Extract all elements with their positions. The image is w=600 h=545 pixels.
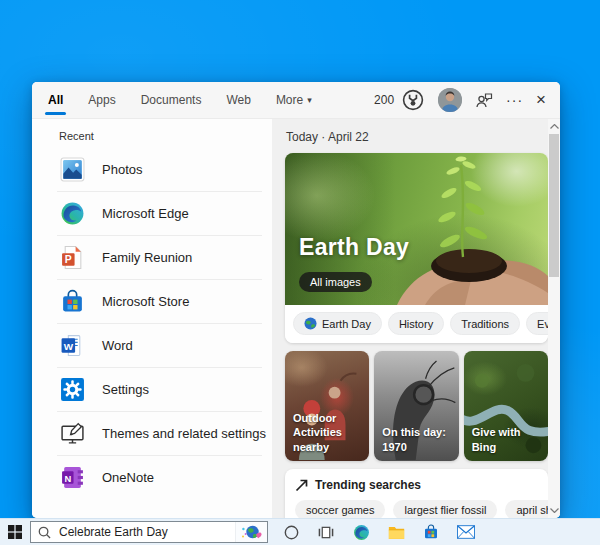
trending-title: Trending searches [315,478,421,492]
start-button[interactable] [0,525,30,539]
tab-documents[interactable]: Documents [141,82,202,118]
recent-item-label: Family Reunion [102,250,192,265]
chip-label: Earth Day [322,318,371,330]
close-icon[interactable]: × [536,93,546,107]
recent-header: Recent [32,130,272,142]
taskbar-search-text: Celebrate Earth Day [59,525,235,539]
desktop: All Apps Documents Web More ▾ 200 [0,0,600,545]
rewards-medal-icon[interactable] [401,88,425,112]
recent-item-themes[interactable]: Themes and related settings [32,411,272,455]
scrollbar-thumb[interactable] [549,134,559,277]
rewards-points-count: 200 [374,93,394,107]
search-tab-bar: All Apps Documents Web More ▾ 200 [32,82,560,119]
feedback-icon[interactable] [475,91,493,109]
taskbar-search-input[interactable]: Celebrate Earth Day [30,521,268,543]
story-card-title: Outdoor Activities nearby [293,411,365,454]
search-highlights-icon[interactable] [235,522,267,542]
story-card-outdoor-activities[interactable]: Outdoor Activities nearby [285,351,369,461]
trending-arrow-icon [295,479,308,492]
photos-app-icon [59,156,85,182]
task-view-icon[interactable] [317,523,335,541]
story-card-on-this-day[interactable]: On this day: 1970 [374,351,458,461]
all-images-button[interactable]: All images [299,272,372,292]
store-app-icon [59,288,85,314]
themes-settings-icon [59,420,85,446]
scrollbar-down-icon[interactable] [548,504,560,517]
cortana-icon[interactable] [282,523,300,541]
recent-item-edge[interactable]: Microsoft Edge [32,191,272,235]
recent-item-label: Word [102,338,133,353]
recent-item-label: OneNote [102,470,154,485]
earth-day-hero-image: Earth Day All images [285,153,548,305]
recent-item-family-reunion[interactable]: P Family Reunion [32,235,272,279]
earth-day-title: Earth Day [299,234,409,261]
svg-text:W: W [63,340,73,351]
tab-more-label: More [276,93,303,107]
windows-logo-icon [8,525,22,539]
file-explorer-icon[interactable] [387,523,405,541]
recent-item-onenote[interactable]: N OneNote [32,455,272,499]
taskbar: Celebrate Earth Day [0,518,600,545]
search-icon [38,526,51,539]
story-card-title: Give with Bing [472,425,544,454]
tab-all[interactable]: All [48,82,63,118]
chip-traditions[interactable]: Traditions [450,312,520,335]
recent-panel: Recent Photos [32,119,272,518]
recent-item-store[interactable]: Microsoft Store [32,279,272,323]
user-avatar[interactable] [438,88,462,112]
chip-history[interactable]: History [388,312,444,335]
earth-day-chip-row: Earth Day History Traditions Events [285,305,548,343]
tab-apps[interactable]: Apps [88,82,115,118]
chevron-down-icon: ▾ [307,95,312,105]
search-flyout-window: All Apps Documents Web More ▾ 200 [32,82,560,518]
overflow-menu-icon[interactable]: ··· [506,95,523,105]
scrollbar-up-icon[interactable] [548,120,560,133]
onenote-app-icon: N [59,464,85,490]
date-header: Today · April 22 [286,130,548,144]
edge-app-icon [59,200,85,226]
recent-item-label: Settings [102,382,149,397]
store-taskbar-icon[interactable] [422,523,440,541]
story-card-row: Outdoor Activities nearby On this day: 1… [285,351,548,461]
svg-text:P: P [64,254,71,265]
story-card-give-with-bing[interactable]: Give with Bing [464,351,548,461]
powerpoint-file-icon: P [59,244,85,270]
recent-item-label: Microsoft Store [102,294,189,309]
trending-chip[interactable]: largest flier fossil [393,500,497,518]
mail-icon[interactable] [457,523,475,541]
earth-globe-icon [304,317,317,330]
story-card-title: On this day: 1970 [382,425,454,454]
recent-item-label: Photos [102,162,142,177]
settings-app-icon [59,376,85,402]
trending-chip[interactable]: soccer games [295,500,385,518]
edge-taskbar-icon[interactable] [352,523,370,541]
filter-tabs: All Apps Documents Web More ▾ [48,82,312,118]
tab-more[interactable]: More ▾ [276,82,312,118]
svg-text:N: N [64,473,71,483]
recent-item-word[interactable]: W Word [32,323,272,367]
word-app-icon: W [59,332,85,358]
chip-events[interactable]: Events [526,312,548,335]
recent-item-label: Themes and related settings [102,426,266,441]
tab-web[interactable]: Web [226,82,250,118]
recent-item-label: Microsoft Edge [102,206,189,221]
recent-item-photos[interactable]: Photos [32,147,272,191]
chip-earth-day[interactable]: Earth Day [293,312,382,335]
panel-scrollbar[interactable] [548,119,560,518]
recent-item-settings[interactable]: Settings [32,367,272,411]
today-panel: Today · April 22 [272,119,560,518]
earth-day-hero-card[interactable]: Earth Day All images Earth Day Hi [285,153,548,343]
trending-searches-card: Trending searches soccer games largest f… [285,469,548,518]
